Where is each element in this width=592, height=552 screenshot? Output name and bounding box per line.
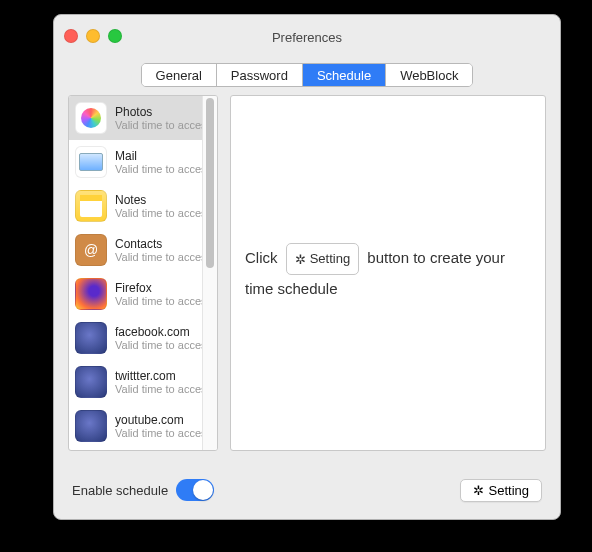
photos-icon (75, 102, 107, 134)
list-item-name: Notes (115, 193, 212, 207)
enable-schedule: Enable schedule (72, 479, 214, 501)
list-item-sub: Valid time to access (115, 207, 212, 220)
list-item-name: youtube.com (115, 413, 212, 427)
bottom-bar: Enable schedule ✲ Setting (72, 475, 542, 505)
content-area: PhotosValid time to accessMailValid time… (68, 95, 546, 451)
list-item[interactable]: FirefoxValid time to access (69, 272, 217, 316)
enable-schedule-toggle[interactable] (176, 479, 214, 501)
list-item-sub: Valid time to access (115, 163, 212, 176)
inline-setting-button[interactable]: ✲ Setting (286, 243, 359, 275)
web-icon (75, 410, 107, 442)
list-item-sub: Valid time to access (115, 295, 212, 308)
preferences-window: Preferences GeneralPasswordScheduleWebBl… (53, 14, 561, 520)
setting-button[interactable]: ✲ Setting (460, 479, 542, 502)
mail-icon (75, 146, 107, 178)
list-item[interactable]: youtube.comValid time to access (69, 404, 217, 448)
list-item[interactable]: NotesValid time to access (69, 184, 217, 228)
list-item-sub: Valid time to access (115, 383, 212, 396)
titlebar[interactable]: Preferences (54, 15, 560, 59)
list-item[interactable]: twittter.comValid time to access (69, 360, 217, 404)
gear-icon: ✲ (295, 253, 306, 266)
scrollbar-thumb[interactable] (206, 98, 214, 268)
list-item[interactable]: MailValid time to access (69, 140, 217, 184)
firefox-icon (75, 278, 107, 310)
tab-bar: GeneralPasswordScheduleWebBlock (54, 63, 560, 87)
list-item-name: Photos (115, 105, 212, 119)
tab-general[interactable]: General (142, 64, 217, 86)
list-item-name: facebook.com (115, 325, 212, 339)
inline-setting-label: Setting (310, 245, 350, 273)
web-icon (75, 366, 107, 398)
minimize-icon[interactable] (86, 29, 100, 43)
list-item[interactable]: facebook.comValid time to access (69, 316, 217, 360)
close-icon[interactable] (64, 29, 78, 43)
app-list: PhotosValid time to accessMailValid time… (68, 95, 218, 451)
list-item-sub: Valid time to access (115, 251, 212, 264)
window-controls (64, 29, 122, 43)
window-title: Preferences (272, 30, 342, 45)
contacts-icon: @ (75, 234, 107, 266)
list-item-name: Contacts (115, 237, 212, 251)
tab-password[interactable]: Password (217, 64, 303, 86)
zoom-icon[interactable] (108, 29, 122, 43)
scrollbar[interactable] (202, 96, 217, 450)
setting-button-label: Setting (489, 483, 529, 498)
tab-schedule[interactable]: Schedule (303, 64, 386, 86)
list-item-name: twittter.com (115, 369, 212, 383)
list-item-sub: Valid time to access (115, 339, 212, 352)
web-icon (75, 322, 107, 354)
toggle-knob (193, 480, 213, 500)
list-item[interactable]: PhotosValid time to access (69, 96, 217, 140)
notes-icon (75, 190, 107, 222)
gear-icon: ✲ (473, 484, 484, 497)
list-item-name: Mail (115, 149, 212, 163)
schedule-hint-pane: Click ✲ Setting button to create your ti… (230, 95, 546, 451)
hint-text: Click (245, 249, 278, 266)
list-item[interactable]: @ContactsValid time to access (69, 228, 217, 272)
list-item-sub: Valid time to access (115, 119, 212, 132)
enable-schedule-label: Enable schedule (72, 483, 168, 498)
tab-webblock[interactable]: WebBlock (386, 64, 472, 86)
list-item-sub: Valid time to access (115, 427, 212, 440)
list-item-name: Firefox (115, 281, 212, 295)
hint-text: button to create your time schedule (245, 249, 505, 297)
